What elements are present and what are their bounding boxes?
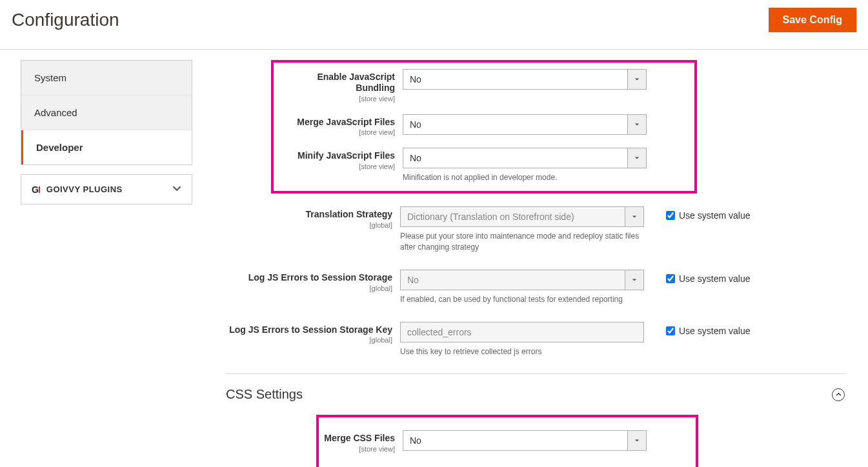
caret-down-icon: [625, 270, 644, 290]
log-js-key-input-wrap: [400, 322, 644, 343]
field-control: Use this key to retrieve collected js er…: [400, 322, 644, 357]
label-text: Enable JavaScript Bundling: [276, 72, 395, 94]
field-control: No: [403, 430, 647, 451]
field-control: No: [403, 114, 647, 135]
main-content: Enable JavaScript Bundling [store view] …: [192, 50, 868, 467]
field-enable-js-bundling: Enable JavaScript Bundling [store view] …: [276, 69, 689, 103]
caret-down-icon: [627, 430, 647, 451]
field-log-js-errors: Log JS Errors to Session Storage [global…: [226, 270, 845, 305]
log-js-key-input[interactable]: [400, 322, 644, 343]
page-title: Configuration: [12, 10, 119, 30]
label-scope: [store view]: [276, 128, 395, 136]
merge-css-files-select[interactable]: No: [403, 430, 647, 451]
field-note: Minification is not applied in developer…: [403, 172, 647, 183]
sidebar-item-advanced[interactable]: Advanced: [21, 95, 192, 130]
sidebar-section-goivvy-plugins[interactable]: GI GOIVVY PLUGINS: [21, 174, 192, 204]
use-system-label[interactable]: Use system value: [679, 273, 750, 284]
label-scope: [global]: [226, 284, 392, 292]
use-system-value-checkbox[interactable]: [666, 211, 675, 220]
select-value: Dictionary (Translation on Storefront si…: [400, 206, 625, 227]
field-label: Merge JavaScript Files [store view]: [276, 114, 403, 137]
label-text: Minify JavaScript Files: [276, 150, 395, 161]
plugins-label-wrap: GI GOIVVY PLUGINS: [32, 184, 123, 195]
field-merge-js-files: Merge JavaScript Files [store view] No: [276, 114, 689, 137]
label-scope: [global]: [226, 336, 392, 344]
field-minify-js-files: Minify JavaScript Files [store view] No …: [276, 148, 689, 183]
label-text: Merge JavaScript Files: [276, 117, 395, 128]
field-merge-css-files: Merge CSS Files [store view] No: [321, 430, 691, 453]
minify-js-files-select[interactable]: No: [403, 148, 647, 168]
goivvy-logo-icon: GI: [32, 184, 40, 195]
select-value: No: [400, 270, 625, 290]
sidebar-item-label: Developer: [36, 142, 83, 153]
merge-js-files-select[interactable]: No: [403, 114, 647, 135]
label-text: Merge CSS Files: [321, 433, 395, 444]
config-nav: System Advanced Developer: [21, 60, 192, 165]
field-label: Enable JavaScript Bundling [store view]: [276, 69, 403, 103]
outer-fields: Translation Strategy [global] Dictionary…: [226, 206, 845, 357]
caret-down-icon: [627, 148, 647, 168]
field-label: Merge CSS Files [store view]: [321, 430, 403, 453]
sidebar: System Advanced Developer GI GOIVVY PLUG…: [0, 50, 192, 467]
enable-js-bundling-select[interactable]: No: [403, 69, 647, 90]
field-control: No If enabled, can be used by functional…: [400, 270, 644, 305]
label-scope: [store view]: [321, 445, 395, 453]
label-text: Log JS Errors to Session Storage: [226, 272, 392, 283]
select-value: No: [403, 69, 627, 90]
use-system-label[interactable]: Use system value: [679, 210, 750, 221]
field-translation-strategy: Translation Strategy [global] Dictionary…: [226, 206, 845, 253]
field-control: No Minification is not applied in develo…: [403, 148, 647, 183]
layout: System Advanced Developer GI GOIVVY PLUG…: [0, 50, 868, 467]
label-text: Translation Strategy: [226, 209, 392, 220]
save-config-button[interactable]: Save Config: [769, 8, 856, 32]
use-system-value-checkbox[interactable]: [666, 274, 675, 283]
field-label: Log JS Errors to Session Storage [global…: [226, 270, 400, 292]
label-scope: [store view]: [276, 95, 395, 103]
select-value: No: [403, 114, 627, 135]
chevron-down-icon: [172, 184, 181, 195]
field-control: Dictionary (Translation on Storefront si…: [400, 206, 644, 253]
sidebar-item-label: System: [34, 72, 66, 83]
use-system-label[interactable]: Use system value: [679, 326, 750, 336]
log-js-errors-select[interactable]: No: [400, 270, 644, 290]
field-label: Translation Strategy [global]: [226, 206, 400, 229]
field-label: Log JS Errors to Session Storage Key [gl…: [226, 322, 400, 344]
field-label: Minify JavaScript Files [store view]: [276, 148, 403, 170]
page-header: Configuration Save Config: [0, 0, 868, 49]
label-scope: [store view]: [276, 163, 395, 170]
collapse-up-icon: [832, 388, 845, 401]
caret-down-icon: [627, 114, 647, 135]
use-system-value-checkbox[interactable]: [666, 326, 675, 335]
plugins-label: GOIVVY PLUGINS: [46, 184, 123, 194]
use-system-wrap: Use system value: [644, 270, 750, 284]
label-text: Log JS Errors to Session Storage Key: [226, 324, 392, 335]
field-control: No: [403, 69, 647, 90]
use-system-wrap: Use system value: [644, 322, 750, 336]
sidebar-item-label: Advanced: [34, 107, 77, 118]
use-system-wrap: Use system value: [644, 206, 750, 221]
section-header-css-settings[interactable]: CSS Settings: [226, 373, 845, 415]
sidebar-item-system[interactable]: System: [21, 61, 192, 95]
select-value: No: [403, 430, 627, 451]
caret-down-icon: [627, 69, 647, 90]
field-note: Please put your store into maintenance m…: [400, 231, 644, 253]
field-log-js-errors-key: Log JS Errors to Session Storage Key [gl…: [226, 322, 845, 357]
label-scope: [global]: [226, 221, 392, 229]
field-note: Use this key to retrieve collected js er…: [400, 346, 644, 357]
field-note: If enabled, can be used by functional te…: [400, 294, 644, 305]
select-value: No: [403, 148, 627, 168]
css-settings-highlight: Merge CSS Files [store view] No Minify C…: [316, 415, 698, 467]
caret-down-icon: [625, 206, 644, 227]
translation-strategy-select[interactable]: Dictionary (Translation on Storefront si…: [400, 206, 644, 227]
js-settings-highlight: Enable JavaScript Bundling [store view] …: [271, 60, 697, 194]
sidebar-item-developer[interactable]: Developer: [21, 130, 192, 164]
section-title: CSS Settings: [226, 387, 303, 402]
